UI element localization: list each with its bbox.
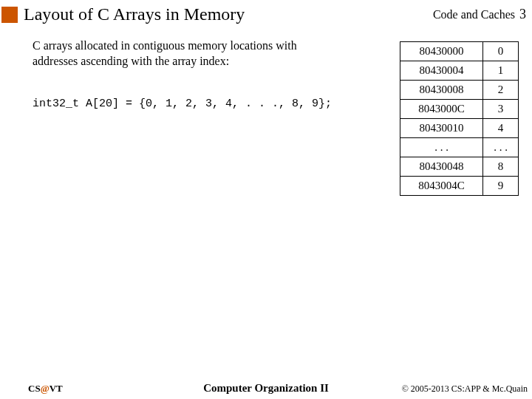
address-cell: 80430048 — [400, 157, 483, 177]
table-row: 8043000C3 — [400, 100, 519, 119]
slide: Layout of C Arrays in Memory Code and Ca… — [0, 0, 532, 399]
value-cell: 2 — [483, 81, 519, 100]
slide-title: Layout of C Arrays in Memory — [24, 4, 433, 24]
address-cell: 8043000C — [400, 100, 483, 119]
header: Layout of C Arrays in Memory Code and Ca… — [0, 4, 532, 24]
address-cell: . . . — [400, 138, 483, 157]
address-cell: 80430004 — [400, 61, 483, 81]
value-cell: 9 — [483, 177, 519, 196]
footer-right: © 2005-2013 CS:APP & Mc.Quain — [402, 383, 528, 395]
table-row: 804300104 — [400, 119, 519, 138]
address-cell: 8043004C — [400, 177, 483, 196]
value-cell: 3 — [483, 100, 519, 119]
table-row: 804300488 — [400, 157, 519, 177]
footer-left: CS@VT — [28, 383, 63, 395]
table-row: 804300082 — [400, 81, 519, 100]
value-cell: 0 — [483, 42, 519, 61]
value-cell: . . . — [483, 138, 519, 157]
address-cell: 80430000 — [400, 42, 483, 61]
memory-table: 804300000 804300041 804300082 8043000C3 … — [400, 41, 519, 196]
footer-left-post: VT — [50, 383, 63, 394]
at-icon: @ — [41, 383, 50, 394]
body-description: C arrays allocated in contiguous memory … — [33, 38, 313, 69]
footer-left-pre: CS — [28, 383, 41, 394]
bullet-square-icon — [1, 7, 18, 23]
section-label: Code and Caches — [433, 8, 515, 21]
value-cell: 1 — [483, 61, 519, 81]
footer-center: Computer Organization II — [203, 382, 329, 395]
table-row: 804300000 — [400, 42, 519, 61]
address-cell: 80430010 — [400, 119, 483, 138]
value-cell: 4 — [483, 119, 519, 138]
footer: CS@VT Computer Organization II © 2005-20… — [0, 383, 532, 395]
code-snippet: int32_t A[20] = {0, 1, 2, 3, 4, . . ., 8… — [33, 98, 332, 110]
table-row: 804300041 — [400, 61, 519, 81]
page-number: 3 — [519, 7, 526, 22]
table-row: . . .. . . — [400, 138, 519, 157]
table-row: 8043004C9 — [400, 177, 519, 196]
value-cell: 8 — [483, 157, 519, 177]
address-cell: 80430008 — [400, 81, 483, 100]
